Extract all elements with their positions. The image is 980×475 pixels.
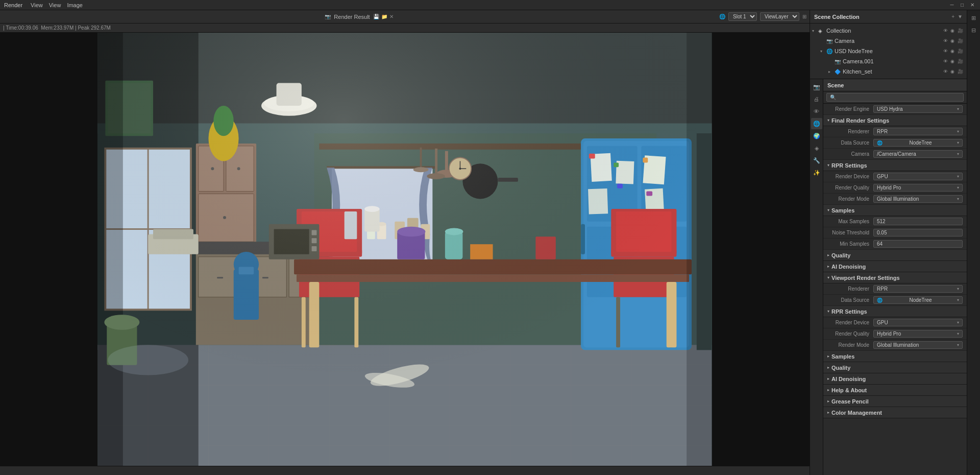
color-management-section-header[interactable]: ▸ Color Management (823, 407, 967, 418)
min-samples-value[interactable]: 64 (873, 240, 963, 248)
slot-selector[interactable]: Slot 1 (728, 12, 757, 21)
max-samples-value[interactable]: 512 (873, 218, 963, 225)
tree-item-collection[interactable]: ▾ ◈ Collection 👁 ◉ 🎥 (810, 26, 967, 36)
tree-item-kitchen[interactable]: ▸ 🔷 Kitchen_set 👁 ◉ 🎥 (810, 66, 967, 77)
search-input[interactable] (826, 93, 964, 102)
bottom-status-bar (0, 466, 810, 475)
sidebar-modifier-icon[interactable]: 🔧 (811, 155, 822, 166)
viewport-data-source-row: Data Source 🌐 NodeTree ▾ (823, 295, 967, 306)
render-mode-value[interactable]: Global Illumination ▾ (873, 195, 963, 203)
render-icon-kitchen[interactable]: 🎥 (958, 69, 965, 74)
render-quality-value[interactable]: Hybrid Pro ▾ (873, 184, 963, 192)
cam-icon-camera001[interactable]: ◉ (950, 59, 958, 64)
viewport-ai-denoising-section-header[interactable]: ▸ AI Denoising (823, 373, 967, 385)
top-bar-menu: View View Image (31, 2, 83, 8)
help-about-section-header[interactable]: ▸ Help & About (823, 385, 967, 396)
maximize-button[interactable]: □ (959, 2, 966, 9)
renderer-label: Renderer (827, 129, 873, 134)
camera-label: Camera (827, 151, 873, 157)
render-device-value[interactable]: GPU ▾ (873, 173, 963, 180)
noise-threshold-row: Noise Threshold 0.05 (823, 227, 967, 239)
final-render-arrow-icon: ▾ (827, 118, 829, 123)
eye-icon-camera[interactable]: 👁 (943, 38, 950, 43)
samples-section-header[interactable]: ▾ Samples (823, 205, 967, 216)
renderer-value[interactable]: RPR ▾ (873, 128, 963, 135)
viewport-renderer-value[interactable]: RPR ▾ (873, 285, 963, 293)
minimize-button[interactable]: ─ (948, 2, 955, 9)
render-icon-collection[interactable]: 🎥 (958, 28, 965, 33)
grease-pencil-section-header[interactable]: ▸ Grease Pencil (823, 396, 967, 407)
close-button[interactable]: ✕ (969, 2, 976, 9)
quality-section-header[interactable]: ▸ Quality (823, 250, 967, 261)
tree-label-usd: USD NodeTree (835, 48, 943, 54)
camera-value-text: /Camera/Camera (877, 151, 916, 157)
rpr-section-content: Render Device GPU ▾ Render Quality Hybri… (823, 171, 967, 205)
svg-point-134 (108, 345, 188, 375)
ai-denoising-section-header[interactable]: ▸ AI Denoising (823, 261, 967, 272)
render-icon-camera[interactable]: 🎥 (958, 38, 965, 43)
viewport-quality-section-header[interactable]: ▸ Quality (823, 362, 967, 373)
rpr-settings-section-header[interactable]: ▾ RPR Settings (823, 160, 967, 171)
menu-view2[interactable]: View (49, 2, 61, 8)
plus-icon[interactable]: + (951, 14, 954, 19)
noise-threshold-value[interactable]: 0.05 (873, 229, 963, 236)
sidebar-scene-icon[interactable]: 🌐 (811, 118, 822, 129)
sidebar-particles-icon[interactable]: ✨ (811, 167, 822, 178)
viewport-render-device-value[interactable]: GPU ▾ (873, 319, 963, 326)
sidebar-render-icon[interactable]: 📷 (811, 81, 822, 92)
far-right-icon-1[interactable]: ⊞ (968, 12, 979, 23)
save-icon[interactable]: 💾 (373, 14, 379, 19)
data-source-row: Data Source 🌐 NodeTree ▾ (823, 137, 967, 149)
scene-label: Scene (827, 82, 844, 88)
menu-view1[interactable]: View (31, 2, 43, 8)
final-render-section-header[interactable]: ▾ Final Render Settings (823, 115, 967, 126)
viewport-quality-section-title: Quality (831, 365, 850, 371)
viewport-quality-arrow-icon: ▸ (827, 365, 829, 370)
eye-icon-usd[interactable]: 👁 (943, 49, 950, 54)
renderer-dropdown-icon: ▾ (957, 129, 959, 134)
viewport-render-section-header[interactable]: ▾ Viewport Render Settings (823, 272, 967, 283)
cam-icon-collection[interactable]: ◉ (950, 28, 958, 33)
render-icon-usd[interactable]: 🎥 (958, 49, 965, 54)
data-source-value[interactable]: 🌐 NodeTree ▾ (873, 139, 963, 147)
render-engine-value[interactable]: USD Hydra ▾ (873, 105, 963, 113)
filter-icon[interactable]: ▼ (958, 14, 963, 19)
rpr-section-title: RPR Settings (831, 162, 867, 169)
eye-icon-collection[interactable]: 👁 (943, 28, 950, 33)
far-right-icon-2[interactable]: ⊟ (968, 25, 979, 36)
render-camera-icon: 📷 (325, 14, 331, 19)
cam-icon-kitchen[interactable]: ◉ (950, 69, 958, 74)
viewport-samples-section-header[interactable]: ▸ Samples (823, 351, 967, 362)
viewport-render-quality-value[interactable]: Hybrid Pro ▾ (873, 330, 963, 338)
data-source-label: Data Source (827, 140, 873, 146)
viewport-render-arrow-icon: ▾ (827, 275, 829, 280)
close-render-icon[interactable]: ✕ (389, 14, 394, 19)
viewport-data-source-value[interactable]: 🌐 NodeTree ▾ (873, 296, 963, 304)
eye-icon-kitchen[interactable]: 👁 (943, 69, 950, 74)
tree-arrow-usd: ▾ (820, 49, 826, 54)
tree-item-camera[interactable]: 📷 Camera 👁 ◉ 🎥 (810, 36, 967, 46)
sidebar-view-icon[interactable]: 👁 (811, 106, 822, 117)
viewlayer-selector[interactable]: ViewLayer (760, 12, 799, 21)
cam-icon-usd[interactable]: ◉ (950, 49, 958, 54)
eye-icon-camera001[interactable]: 👁 (943, 59, 950, 64)
folder-icon[interactable]: 📁 (381, 14, 387, 19)
quality-arrow-icon: ▸ (827, 253, 829, 257)
render-engine-value-text: USD Hydra (877, 106, 903, 112)
tree-item-camera001[interactable]: 📷 Camera.001 👁 ◉ 🎥 (810, 56, 967, 66)
viewport-rpr-section-title: RPR Settings (831, 308, 867, 315)
render-icon-camera001[interactable]: 🎥 (958, 59, 965, 64)
viewport-render-mode-value[interactable]: Global Illumination ▾ (873, 341, 963, 349)
viewport-rpr-section-header[interactable]: ▾ RPR Settings (823, 306, 967, 317)
viewport-data-source-node-icon: 🌐 (877, 298, 883, 303)
expand-icon[interactable]: ⊞ (802, 14, 806, 19)
camera-value[interactable]: /Camera/Camera ▾ (873, 150, 963, 158)
cam-icon-camera[interactable]: ◉ (950, 38, 958, 43)
sidebar-object-icon[interactable]: ◈ (811, 142, 822, 154)
menu-image[interactable]: Image (67, 2, 83, 8)
render-quality-row: Render Quality Hybrid Pro ▾ (823, 182, 967, 194)
tree-item-usd[interactable]: ▾ 🌐 USD NodeTree 👁 ◉ 🎥 (810, 46, 967, 56)
sidebar-output-icon[interactable]: 🖨 (811, 93, 822, 105)
viewport-render-quality-value-text: Hybrid Pro (877, 331, 901, 337)
sidebar-world-icon[interactable]: 🌍 (811, 130, 822, 141)
